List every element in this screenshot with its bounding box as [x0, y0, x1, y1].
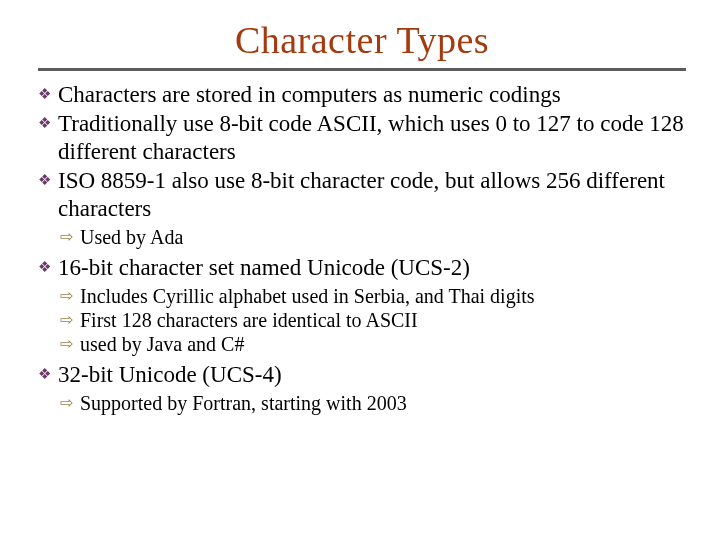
arrow-icon: ⇨ — [60, 308, 78, 331]
diamond-icon: ❖ — [38, 81, 56, 107]
arrow-icon: ⇨ — [60, 225, 78, 248]
bullet-3: ❖ ISO 8859-1 also use 8-bit character co… — [38, 167, 686, 223]
bullet-3-subs: ⇨ Used by Ada — [60, 225, 686, 249]
slide-title: Character Types — [38, 18, 686, 62]
bullet-4-subs: ⇨ Includes Cyrillic alphabet used in Ser… — [60, 284, 686, 357]
diamond-icon: ❖ — [38, 110, 56, 136]
arrow-icon: ⇨ — [60, 391, 78, 414]
sub-bullet: ⇨ Supported by Fortran, starting with 20… — [60, 391, 686, 415]
bullet-1: ❖ Characters are stored in computers as … — [38, 81, 686, 109]
bullet-4: ❖ 16-bit character set named Unicode (UC… — [38, 254, 686, 282]
arrow-icon: ⇨ — [60, 284, 78, 307]
sub-bullet: ⇨ Includes Cyrillic alphabet used in Ser… — [60, 284, 686, 308]
sub-bullet-text: Supported by Fortran, starting with 2003 — [80, 391, 407, 415]
bullet-2: ❖ Traditionally use 8-bit code ASCII, wh… — [38, 110, 686, 166]
bullet-text: Characters are stored in computers as nu… — [58, 81, 561, 109]
diamond-icon: ❖ — [38, 167, 56, 193]
bullet-5: ❖ 32-bit Unicode (UCS-4) — [38, 361, 686, 389]
sub-bullet-text: First 128 characters are identical to AS… — [80, 308, 418, 332]
bullet-text: Traditionally use 8-bit code ASCII, whic… — [58, 110, 686, 166]
diamond-icon: ❖ — [38, 361, 56, 387]
bullet-text: 16-bit character set named Unicode (UCS-… — [58, 254, 470, 282]
sub-bullet-text: Includes Cyrillic alphabet used in Serbi… — [80, 284, 535, 308]
sub-bullet: ⇨ Used by Ada — [60, 225, 686, 249]
sub-bullet-text: used by Java and C# — [80, 332, 244, 356]
sub-bullet: ⇨ used by Java and C# — [60, 332, 686, 356]
bullet-text: ISO 8859-1 also use 8-bit character code… — [58, 167, 686, 223]
arrow-icon: ⇨ — [60, 332, 78, 355]
bullet-5-subs: ⇨ Supported by Fortran, starting with 20… — [60, 391, 686, 415]
sub-bullet: ⇨ First 128 characters are identical to … — [60, 308, 686, 332]
sub-bullet-text: Used by Ada — [80, 225, 183, 249]
bullet-text: 32-bit Unicode (UCS-4) — [58, 361, 282, 389]
title-divider — [38, 68, 686, 71]
diamond-icon: ❖ — [38, 254, 56, 280]
